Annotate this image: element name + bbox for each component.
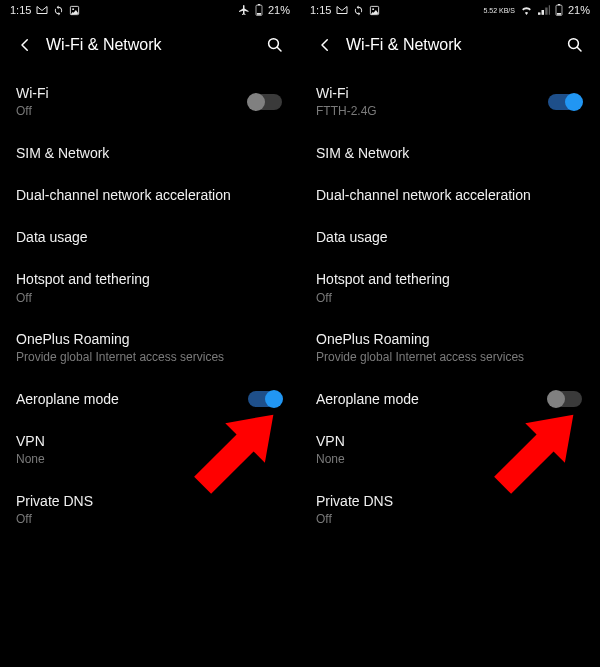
item-subtext: Provide global Internet access services [16, 350, 284, 366]
settings-item[interactable]: Aeroplane mode [316, 378, 584, 420]
battery-text: 21% [568, 4, 590, 16]
item-label: SIM & Network [16, 144, 284, 162]
battery-text: 21% [268, 4, 290, 16]
airplane-icon [238, 4, 250, 16]
item-label: Data usage [316, 228, 584, 246]
svg-rect-4 [257, 13, 261, 15]
back-button[interactable] [314, 34, 336, 56]
item-label: Wi-Fi [316, 84, 548, 102]
sync-icon [353, 5, 364, 16]
svg-line-6 [277, 47, 281, 51]
search-button[interactable] [264, 34, 286, 56]
status-bar: 1:1521% [0, 0, 300, 20]
item-subtext: None [316, 452, 584, 468]
settings-item[interactable]: SIM & Network [316, 132, 584, 174]
settings-item[interactable]: Private DNSOff [316, 480, 584, 540]
gmail-icon [36, 5, 48, 15]
item-label: Private DNS [316, 492, 584, 510]
svg-rect-3 [258, 4, 260, 5]
settings-item[interactable]: Dual-channel network acceleration [316, 174, 584, 216]
toggle-switch[interactable] [248, 94, 282, 110]
page-header: Wi-Fi & Network [0, 20, 300, 66]
toggle-switch[interactable] [548, 94, 582, 110]
settings-item[interactable]: Private DNSOff [16, 480, 284, 540]
item-label: Dual-channel network acceleration [16, 186, 284, 204]
settings-item[interactable]: Dual-channel network acceleration [16, 174, 284, 216]
item-subtext: None [16, 452, 284, 468]
settings-item[interactable]: Hotspot and tetheringOff [316, 258, 584, 318]
item-label: Data usage [16, 228, 284, 246]
item-subtext: Off [16, 291, 284, 307]
toggle-switch[interactable] [548, 391, 582, 407]
item-subtext: Provide global Internet access services [316, 350, 584, 366]
item-label: VPN [16, 432, 284, 450]
item-label: Private DNS [16, 492, 284, 510]
settings-screen: 1:1521%Wi-Fi & NetworkWi-FiOffSIM & Netw… [0, 0, 300, 667]
status-bar: 1:155.52 KB/S21% [300, 0, 600, 20]
item-subtext: Off [316, 512, 584, 528]
status-time: 1:15 [310, 4, 331, 16]
item-label: Aeroplane mode [16, 390, 248, 408]
image-icon [369, 5, 380, 16]
page-title: Wi-Fi & Network [346, 36, 554, 54]
item-subtext: Off [16, 512, 284, 528]
svg-line-13 [577, 47, 581, 51]
settings-item[interactable]: OnePlus RoamingProvide global Internet a… [16, 318, 284, 378]
settings-item[interactable]: Data usage [16, 216, 284, 258]
gmail-icon [336, 5, 348, 15]
settings-list: Wi-FiOffSIM & NetworkDual-channel networ… [0, 66, 300, 540]
settings-item[interactable]: Hotspot and tetheringOff [16, 258, 284, 318]
item-label: Wi-Fi [16, 84, 248, 102]
page-header: Wi-Fi & Network [300, 20, 600, 66]
settings-item[interactable]: SIM & Network [16, 132, 284, 174]
item-label: OnePlus Roaming [16, 330, 284, 348]
settings-screen: 1:155.52 KB/S21%Wi-Fi & NetworkWi-FiFTTH… [300, 0, 600, 667]
settings-item[interactable]: Wi-FiFTTH-2.4G [316, 72, 584, 132]
settings-item[interactable]: Wi-FiOff [16, 72, 284, 132]
svg-point-1 [73, 8, 75, 10]
item-label: SIM & Network [316, 144, 584, 162]
item-label: Hotspot and tethering [16, 270, 284, 288]
item-label: Aeroplane mode [316, 390, 548, 408]
status-time: 1:15 [10, 4, 31, 16]
item-label: VPN [316, 432, 584, 450]
settings-item[interactable]: VPNNone [316, 420, 584, 480]
battery-icon [555, 4, 563, 16]
settings-item[interactable]: Aeroplane mode [16, 378, 284, 420]
status-speed: 5.52 KB/S [483, 7, 515, 14]
settings-list: Wi-FiFTTH-2.4GSIM & NetworkDual-channel … [300, 66, 600, 540]
item-label: OnePlus Roaming [316, 330, 584, 348]
toggle-switch[interactable] [248, 391, 282, 407]
item-subtext: Off [16, 104, 248, 120]
battery-icon [255, 4, 263, 16]
svg-rect-11 [557, 13, 561, 15]
item-label: Hotspot and tethering [316, 270, 584, 288]
settings-item[interactable]: OnePlus RoamingProvide global Internet a… [316, 318, 584, 378]
sync-icon [53, 5, 64, 16]
search-button[interactable] [564, 34, 586, 56]
image-icon [69, 5, 80, 16]
svg-point-8 [373, 8, 375, 10]
page-title: Wi-Fi & Network [46, 36, 254, 54]
settings-item[interactable]: Data usage [316, 216, 584, 258]
item-subtext: Off [316, 291, 584, 307]
item-label: Dual-channel network acceleration [316, 186, 584, 204]
wifi-icon [520, 5, 533, 15]
svg-rect-10 [558, 4, 560, 5]
settings-item[interactable]: VPNNone [16, 420, 284, 480]
signal-icon [538, 5, 550, 15]
item-subtext: FTTH-2.4G [316, 104, 548, 120]
back-button[interactable] [14, 34, 36, 56]
